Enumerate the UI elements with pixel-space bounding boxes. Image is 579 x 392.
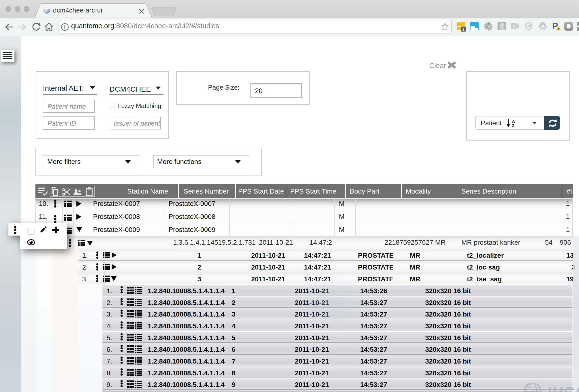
svg-text:A: A bbox=[512, 119, 515, 124]
svg-text:Z: Z bbox=[512, 123, 514, 127]
svg-text:a: a bbox=[512, 24, 515, 29]
svg-text:1: 1 bbox=[462, 27, 464, 31]
svg-text:IHCO: IHCO bbox=[548, 384, 579, 392]
